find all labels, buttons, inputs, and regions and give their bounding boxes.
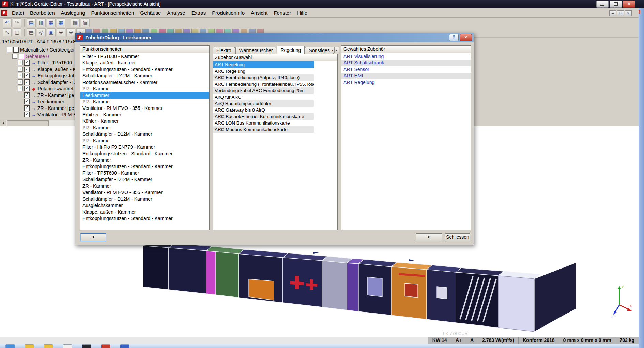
- menu-item[interactable]: Bearbeiten: [27, 8, 58, 18]
- taskbar-app-icon[interactable]: [120, 344, 129, 348]
- chosen-accessory-item[interactable]: ART HMI: [341, 73, 471, 79]
- close-button[interactable]: [623, 1, 635, 8]
- settings-icon[interactable]: ◎: [37, 28, 46, 37]
- tree-checkbox[interactable]: [24, 79, 30, 85]
- tree-checkbox[interactable]: [19, 54, 24, 59]
- menu-item[interactable]: Hilfe: [294, 8, 310, 18]
- os-taskbar[interactable]: [0, 344, 644, 348]
- remove-accessory-button[interactable]: <: [416, 233, 442, 241]
- function-unit-item[interactable]: Schalldämpfer - D12M - Kammer: [80, 176, 209, 183]
- tree-expander-icon[interactable]: [18, 86, 23, 91]
- function-unit-item[interactable]: Leerkammer: [80, 92, 209, 99]
- taskbar-app-icon[interactable]: [82, 344, 91, 348]
- tree-checkbox[interactable]: [24, 92, 30, 98]
- function-unit-item[interactable]: ZR - Kammer: [80, 125, 209, 131]
- accessory-option[interactable]: ARC Fernbedienung (Fronttafeleinbau, IP5…: [213, 81, 314, 87]
- strip-close-icon[interactable]: [639, 10, 640, 14]
- tree-checkbox[interactable]: [24, 105, 30, 111]
- accessory-option[interactable]: ARC Fernbedienung (Aufputz, IP40, lose): [213, 74, 314, 81]
- function-unit-item[interactable]: Rotationswärmetauscher - Kammer: [80, 79, 209, 86]
- undo-icon[interactable]: ↶: [3, 18, 12, 27]
- function-unit-item[interactable]: Ventilator - RLM EVO - 355 - Kammer: [80, 105, 209, 112]
- layout-icon[interactable]: ▧: [71, 18, 80, 27]
- mdi-minimize-icon[interactable]: [609, 10, 616, 16]
- function-unit-item[interactable]: Entkopplungsstutzen - Standard - Kammer: [80, 66, 209, 73]
- components-icon[interactable]: ▣: [47, 28, 56, 37]
- menu-item[interactable]: Analyse: [164, 8, 188, 18]
- zoom-out-icon[interactable]: ⊖: [66, 28, 75, 37]
- tree-expander-icon[interactable]: [12, 54, 17, 59]
- function-unit-item[interactable]: Entkopplungsstutzen - Standard - Kammer: [80, 215, 209, 222]
- print-icon[interactable]: ▥: [37, 18, 46, 27]
- function-unit-item[interactable]: ZR - Kammer: [80, 99, 209, 105]
- separator[interactable]: [24, 29, 25, 37]
- function-unit-item[interactable]: Kühler - Kammer: [80, 118, 209, 125]
- function-units-header[interactable]: Funktionseinheiten: [80, 46, 209, 53]
- redo-icon[interactable]: ↷: [13, 18, 21, 27]
- tree-expander-icon[interactable]: [18, 79, 23, 85]
- scroll-left-icon[interactable]: [0, 120, 6, 126]
- function-unit-item[interactable]: Klappe, außen - Kammer: [80, 209, 209, 215]
- chosen-accessory-item[interactable]: ART Visualisierung: [341, 53, 471, 60]
- scrollbar-thumb[interactable]: [7, 120, 49, 126]
- separator[interactable]: [68, 19, 68, 27]
- menu-item[interactable]: Fenster: [271, 8, 294, 18]
- function-unit-item[interactable]: ZR - Kammer: [80, 86, 209, 92]
- function-unit-item[interactable]: Entkopplungsstutzen - Standard - Kammer: [80, 163, 209, 170]
- function-unit-item[interactable]: Filter - Hi-Flo F9 EN779 - Kammer: [80, 144, 209, 150]
- function-unit-item[interactable]: Filter - TP5T600 - Kammer: [80, 170, 209, 176]
- tree-expander-icon[interactable]: [7, 47, 12, 52]
- accessory-option[interactable]: AirQ Raumtemperaturfühler: [213, 100, 314, 107]
- report-icon[interactable]: ▨: [81, 18, 90, 27]
- taskbar-app-icon[interactable]: [25, 344, 34, 348]
- accessory-option[interactable]: ARC Bacnet/Ethernet Kommunikationskarte: [213, 113, 314, 120]
- function-unit-item[interactable]: Schalldämpfer - D12M - Kammer: [80, 73, 209, 79]
- mdi-restore-icon[interactable]: [617, 10, 624, 16]
- accessory-option[interactable]: AirQ für ARC: [213, 94, 314, 100]
- function-unit-item[interactable]: Filter - TP5T600 - Kammer: [80, 53, 209, 60]
- tree-expander-icon[interactable]: [18, 67, 23, 72]
- tab[interactable]: Wärmetauscher: [235, 47, 277, 54]
- taskbar-app-icon[interactable]: [101, 344, 110, 348]
- menu-item[interactable]: Datei: [9, 8, 27, 18]
- tab-scroll-right-icon[interactable]: [334, 47, 339, 53]
- accessory-option[interactable]: ARC Modbus Kommunikationskarte: [213, 126, 314, 133]
- tree-checkbox[interactable]: [24, 99, 30, 104]
- tree-checkbox[interactable]: [24, 112, 30, 117]
- separator[interactable]: [24, 19, 25, 27]
- tree-checkbox[interactable]: [24, 73, 30, 78]
- tree-checkbox[interactable]: [24, 67, 30, 72]
- chosen-accessories-header[interactable]: Gewähltes Zubehör: [341, 46, 471, 53]
- menu-item[interactable]: Ansicht: [248, 8, 271, 18]
- schliessen-button[interactable]: Schliessen: [445, 233, 470, 241]
- tab-scroll-left-icon[interactable]: [330, 47, 335, 53]
- taskbar-app-icon[interactable]: [5, 344, 15, 348]
- table-icon[interactable]: ▦: [47, 18, 56, 27]
- function-unit-item[interactable]: Schalldämpfer - D12M - Kammer: [80, 131, 209, 137]
- accessory-option[interactable]: ARC Gateway bis 8 AirQ: [213, 107, 314, 113]
- tree-checkbox[interactable]: [24, 60, 30, 66]
- tree-expander-icon[interactable]: [18, 73, 23, 78]
- column-header-blank[interactable]: [313, 54, 337, 61]
- minimize-button[interactable]: [596, 1, 609, 8]
- function-unit-item[interactable]: Klappe, außen - Kammer: [80, 60, 209, 66]
- tree-expander-icon[interactable]: [18, 60, 23, 65]
- print-preview-icon[interactable]: ▤: [27, 28, 36, 37]
- accessory-option[interactable]: ART Regelung: [213, 61, 314, 68]
- chosen-accessory-item[interactable]: ART Schaltschrank: [341, 60, 471, 66]
- function-unit-item[interactable]: ZR - Kammer: [80, 157, 209, 163]
- tree-checkbox[interactable]: [13, 47, 19, 53]
- menu-item[interactable]: Gehäuse: [137, 8, 164, 18]
- taskbar-app-icon[interactable]: [44, 344, 53, 348]
- accessory-option[interactable]: Verbindungskabel ARC Fernbedienung 25m: [213, 87, 314, 94]
- function-unit-item[interactable]: ZR - Kammer: [80, 137, 209, 144]
- add-accessory-button[interactable]: >: [80, 233, 106, 241]
- menu-item[interactable]: Produktioninfo: [209, 8, 248, 18]
- selection-box-icon[interactable]: ▢: [13, 28, 21, 37]
- zoom-in-icon[interactable]: ⊕: [57, 28, 65, 37]
- chosen-accessory-item[interactable]: ART Regelung: [341, 79, 471, 86]
- grid-icon[interactable]: ▦: [57, 18, 65, 27]
- dialog-titlebar[interactable]: ZubehörDialog : Leerkammer: [75, 33, 474, 42]
- restore-button[interactable]: [610, 1, 622, 8]
- function-unit-item[interactable]: Erhitzer - Kammer: [80, 112, 209, 118]
